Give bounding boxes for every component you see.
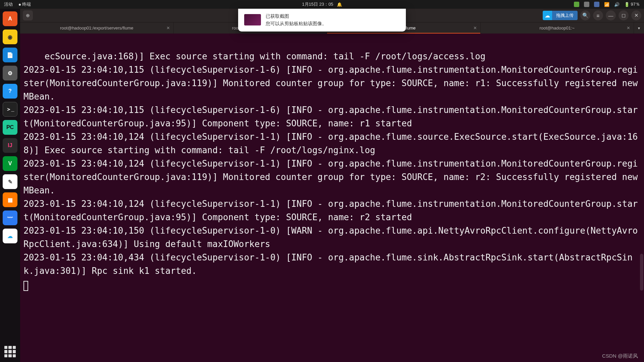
dock-monitor[interactable]: 〰	[3, 210, 17, 225]
screenshot-toast[interactable]: 已获取截图 您可以从剪贴板粘贴该图像。	[238, 9, 406, 32]
dock-help[interactable]: ?	[3, 84, 17, 99]
dock-vim[interactable]: V	[3, 156, 17, 171]
toast-thumbnail	[244, 14, 261, 25]
dock-terminal[interactable]: ＞_	[3, 102, 17, 117]
wifi-icon[interactable]: 📶	[604, 2, 609, 7]
dock-intellij[interactable]: IJ	[3, 138, 17, 153]
battery-icon: 🔋	[624, 2, 630, 7]
tab-close-icon[interactable]: ✕	[627, 25, 630, 31]
dock-rhythmbox[interactable]: ◉	[3, 29, 17, 44]
dock-baidu[interactable]: ☁	[3, 229, 17, 243]
tray-icon-2[interactable]	[584, 2, 589, 7]
battery-indicator[interactable]: 🔋 97％	[624, 1, 640, 7]
dock-settings[interactable]: ⚙	[3, 66, 17, 80]
dock-pycharm[interactable]: PC	[3, 120, 17, 135]
terminal-window: ⊕ ☁ 拖拽上传 🔍 ≡ — ◻ ✕ root@hadoop01:/export…	[20, 9, 644, 362]
activities-button[interactable]: 活动	[4, 1, 13, 7]
toast-title: 已获取截图	[266, 13, 327, 19]
gnome-topbar: 活动 终端 1月15日 23：05 🔔 📶 🔊 🔋 97％	[0, 0, 644, 9]
tab-3[interactable]: root@hadoop01:~ ✕	[481, 22, 634, 34]
tab-label: root@hadoop01:/export/servers/flume	[60, 25, 133, 31]
show-apps-button[interactable]	[4, 346, 16, 357]
tab-0[interactable]: root@hadoop01:/export/servers/flume ✕	[20, 22, 174, 34]
terminal-body[interactable]: ecSource.java:168)] Exec source starting…	[20, 34, 644, 362]
notification-bell-icon[interactable]: 🔔	[337, 2, 342, 7]
app-menu[interactable]: 终端	[19, 1, 31, 7]
tabs-overflow-button[interactable]: ▾	[634, 22, 644, 34]
close-window-button[interactable]: ✕	[631, 10, 641, 20]
tray-icon-1[interactable]	[574, 2, 579, 7]
hamburger-menu-button[interactable]: ≡	[593, 10, 603, 20]
csdn-watermark: CSDN @雨诺风	[602, 353, 638, 359]
tab-label: root@hadoop01:~	[539, 25, 575, 31]
terminal-log: ecSource.java:168)] Exec source starting…	[23, 51, 643, 276]
dock-software-store[interactable]: A	[3, 11, 17, 26]
upload-button[interactable]: ☁ 拖拽上传	[543, 11, 578, 20]
toast-body: 您可以从剪贴板粘贴该图像。	[266, 21, 327, 27]
dock-virtualbox[interactable]: ▦	[3, 192, 17, 207]
clock[interactable]: 1月15日 23：05	[302, 1, 333, 7]
dock-writer[interactable]: 📄	[3, 48, 17, 62]
minimize-button[interactable]: —	[606, 10, 616, 20]
tab-close-icon[interactable]: ✕	[473, 25, 477, 31]
upload-button-label: 拖拽上传	[552, 11, 578, 20]
dock: A ◉ 📄 ⚙ ? ＞_ PC IJ V ✎ ▦ 〰 ☁	[0, 9, 20, 362]
search-button[interactable]: 🔍	[580, 10, 590, 20]
maximize-button[interactable]: ◻	[619, 10, 629, 20]
new-tab-button[interactable]: ⊕	[23, 10, 33, 20]
dock-gedit[interactable]: ✎	[3, 174, 17, 189]
scrollbar-thumb[interactable]	[640, 254, 643, 291]
battery-pct: 97％	[631, 1, 640, 7]
terminal-cursor	[23, 281, 28, 291]
tab-close-icon[interactable]: ✕	[166, 25, 170, 31]
cloud-icon: ☁	[543, 11, 552, 20]
tray-icon-3[interactable]	[594, 2, 599, 7]
volume-icon[interactable]: 🔊	[614, 2, 620, 7]
